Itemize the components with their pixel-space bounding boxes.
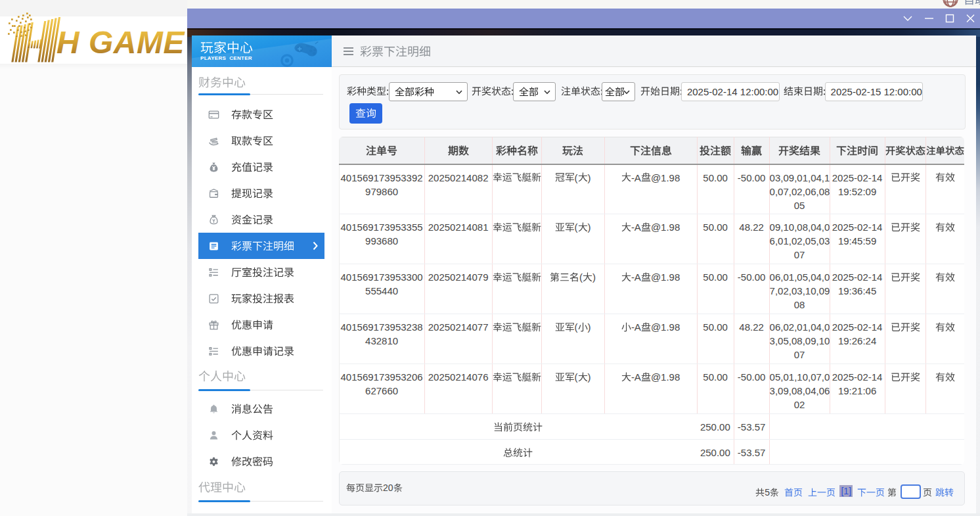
svg-text:H GAME: H GAME xyxy=(56,25,185,60)
